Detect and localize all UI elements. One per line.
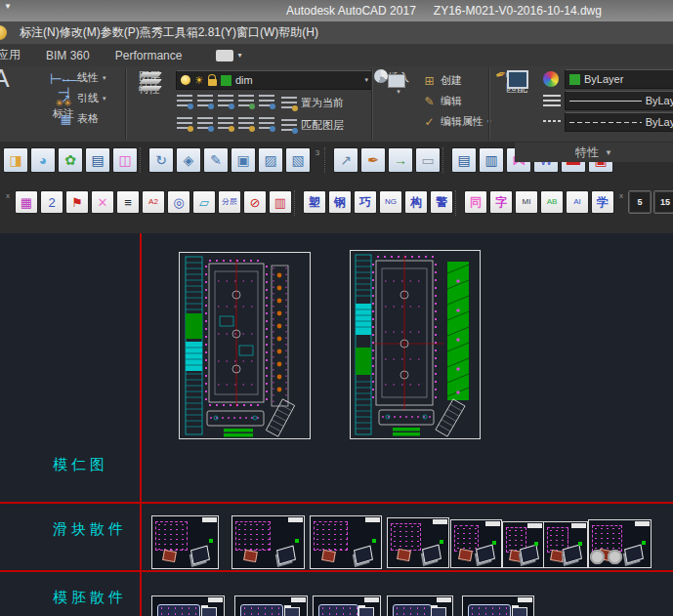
layer-tool-icon[interactable] <box>218 95 233 108</box>
toolbar-icon-rectangle[interactable]: ▭ <box>415 147 441 173</box>
linetype-combo[interactable]: ByLayer <box>565 112 673 132</box>
toolbar-icon-diamonds[interactable]: ◈ <box>176 147 201 173</box>
match-properties-button[interactable]: ✒ 特性 匹配 <box>494 69 539 95</box>
layer-tool-icon[interactable] <box>259 117 274 131</box>
toolbar-icon-pie[interactable]: ◕ <box>30 147 56 173</box>
section-label-core[interactable]: 模仁图 <box>53 456 108 474</box>
toolbar-icon-a2[interactable]: A2 <box>142 190 165 214</box>
tab-performance[interactable]: Performance <box>103 46 195 65</box>
toolbar-icon-gou[interactable]: 构 <box>404 190 428 214</box>
toolbar-icon-dim-5[interactable]: 5 <box>628 190 652 214</box>
toolbar-icon-brush[interactable]: ✒ <box>360 147 386 173</box>
lineweight-icon[interactable] <box>543 95 561 106</box>
toolbar-icon-ng[interactable]: NG <box>379 190 402 214</box>
slider-part-thumbnail[interactable] <box>502 521 544 568</box>
insert-block-button[interactable]: 插入 ▾ <box>379 71 418 98</box>
moldbase-part-thumbnail[interactable] <box>387 595 453 616</box>
toolbar-icon-tong[interactable]: 同 <box>464 190 487 214</box>
menu-annotate[interactable]: 标注(N) <box>20 25 60 39</box>
toolbar-icon-point-line[interactable]: → <box>388 147 413 173</box>
toolbar-icon-zoom-2[interactable]: 2 <box>40 190 63 214</box>
layer-tool-icon[interactable] <box>197 95 213 108</box>
menu-yanxiu-toolbox[interactable]: 燕秀工具箱2.81(Y) <box>140 25 236 39</box>
toolbar-icon-su[interactable]: 塑 <box>303 190 326 214</box>
slider-part-thumbnail[interactable] <box>231 515 305 569</box>
toolbar-icon-stamp[interactable]: ▣ <box>231 147 256 173</box>
toolbar-icon-flag[interactable]: ⚑ <box>65 190 89 214</box>
menu-help[interactable]: 帮助(H) <box>278 25 318 39</box>
toolbar-icon-grid-table[interactable]: ▦ <box>15 190 38 214</box>
toolbar-icon-qiao[interactable]: 巧 <box>354 190 377 214</box>
edit-attributes-button[interactable]: ✓ 编辑属性 ▾ <box>422 114 491 129</box>
layer-select-combo[interactable]: ☀ dim ▾ <box>176 70 373 90</box>
core-plan-drawing-left[interactable] <box>179 252 311 439</box>
toolbar-icon-plant[interactable]: ✿ <box>58 147 83 173</box>
layer-tool-icon[interactable] <box>197 117 213 131</box>
menu-window[interactable]: 窗口(W) <box>236 25 278 39</box>
toolbar-icon-box-3d[interactable]: ▱ <box>192 190 216 214</box>
create-block-button[interactable]: ⊞ 创建 <box>422 73 462 88</box>
menu-parametric[interactable]: 参数(P) <box>101 25 140 39</box>
toolbar-icon-zi[interactable]: 字 <box>489 190 513 214</box>
moldbase-part-thumbnail[interactable] <box>462 595 534 616</box>
tab-bim360[interactable]: BIM 360 <box>33 46 103 65</box>
ribbon-display-toggle[interactable]: ▾ <box>216 50 241 62</box>
toolbar-icon-dim-15[interactable]: 15 <box>653 190 673 214</box>
toolbar-icon-split-layers[interactable]: 分层 <box>218 190 241 214</box>
slider-part-thumbnail[interactable] <box>151 515 219 569</box>
leader-button[interactable]: ↗ 引线 ▾ <box>59 91 106 105</box>
match-layer-button[interactable]: 匹配图层 <box>281 118 344 133</box>
make-current-button[interactable]: 置为当前 <box>281 96 344 110</box>
moldbase-part-thumbnail[interactable] <box>313 595 381 616</box>
moldbase-part-thumbnail[interactable] <box>151 595 225 616</box>
layer-tool-icon[interactable] <box>238 117 254 131</box>
toolbar-icon-hatch-b[interactable]: ▧ <box>285 147 311 173</box>
color-wheel-icon[interactable] <box>543 71 559 87</box>
toolbar-icon-partial[interactable]: ◨ <box>3 147 28 173</box>
layer-tool-icon[interactable] <box>218 117 233 131</box>
toolbar-icon-zoom[interactable]: ◎ <box>167 190 190 214</box>
lineweight-combo[interactable]: ByLayer <box>565 91 673 110</box>
moldbase-part-thumbnail[interactable] <box>234 595 308 616</box>
toolbar-icon-list[interactable]: ≡ <box>116 190 140 214</box>
toolbar-icon-no-entry[interactable]: ⊘ <box>243 190 267 214</box>
linetype-icon[interactable] <box>543 116 561 126</box>
layer-tool-icon[interactable] <box>238 95 254 108</box>
properties-panel-title[interactable]: 特性 ▼ <box>515 143 673 162</box>
toolbar-icon-gate[interactable]: ◫ <box>112 147 138 173</box>
toolbar-icon-table-2[interactable]: ▥ <box>269 190 292 214</box>
table-button[interactable]: ▦ 表格 <box>59 111 99 126</box>
slider-part-thumbnail[interactable] <box>310 515 382 569</box>
layer-tool-icon[interactable] <box>259 95 274 108</box>
toolbar-icon-xx-columns[interactable]: ✕ <box>91 190 114 214</box>
toolbar-icon-rotate[interactable]: ↻ <box>148 147 174 173</box>
layer-properties-button[interactable]: 图层 特性 <box>129 70 170 96</box>
slider-part-thumbnail[interactable] <box>387 517 449 568</box>
slider-part-thumbnail[interactable] <box>543 521 588 568</box>
toolbar-icon-xline[interactable]: ↗ <box>333 147 358 173</box>
toolbar-icon-pencil-hatch[interactable]: ✎ <box>203 147 229 173</box>
menu-modify[interactable]: 修改(M) <box>60 25 101 39</box>
toolbar-icon-ai[interactable]: AI <box>566 190 589 214</box>
slider-part-thumbnail[interactable] <box>450 519 502 568</box>
text-tool-button[interactable]: A <box>0 72 16 90</box>
toolbar-icon-gang[interactable]: 钢 <box>328 190 352 214</box>
toolbar-icon-ab[interactable]: AB <box>540 190 564 214</box>
section-label-slider[interactable]: 滑块散件 <box>53 520 127 539</box>
edit-block-button[interactable]: ✎ 编辑 <box>422 94 462 108</box>
toolbar-icon-jing[interactable]: 警 <box>430 190 453 214</box>
model-space-canvas[interactable]: 模仁图滑块散件模胚散件 <box>0 233 673 616</box>
object-color-combo[interactable]: ByLayer <box>565 69 673 89</box>
toolbar-icon-screen-a[interactable]: ▤ <box>451 147 477 173</box>
toolbar-icon-screen-b[interactable]: ▥ <box>479 147 504 173</box>
layer-tool-icon[interactable] <box>177 117 192 131</box>
toolbar-icon-hatch-a[interactable]: ▨ <box>258 147 283 173</box>
section-label-moldbase[interactable]: 模胚散件 <box>53 589 127 607</box>
layer-tool-icon[interactable] <box>177 95 192 108</box>
toolbar-icon-mi[interactable]: MI <box>515 190 538 214</box>
linear-dim-button[interactable]: ↔ 线性 ▾ <box>59 70 106 85</box>
toolbar-icon-monitor[interactable]: ▤ <box>85 147 110 173</box>
core-plan-drawing-right[interactable] <box>350 250 481 439</box>
quick-access-customize-icon[interactable]: ▼ <box>4 2 12 11</box>
toolbar-icon-xue[interactable]: 学 <box>591 190 614 214</box>
